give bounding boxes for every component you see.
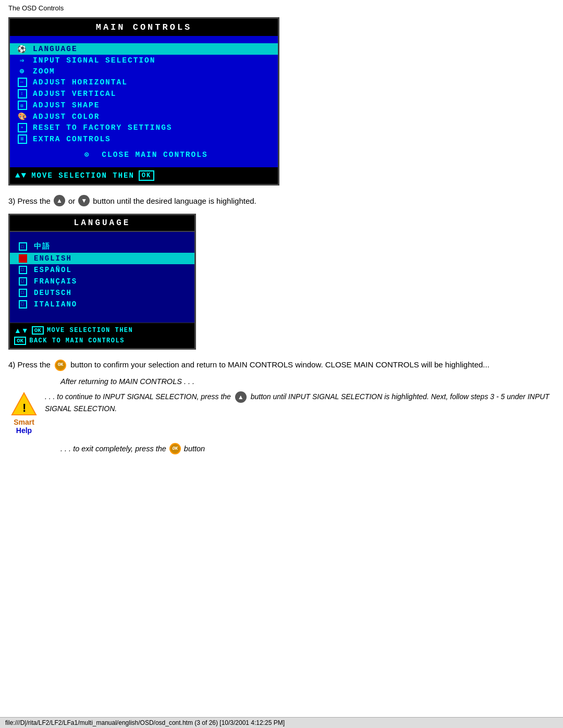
adjust-vert-icon: ↕ bbox=[15, 89, 30, 98]
svg-text:!: ! bbox=[22, 401, 26, 414]
main-controls-header: MAIN CONTROLS bbox=[10, 19, 278, 36]
lang-icon-chinese: □ bbox=[16, 242, 30, 251]
adjust-color-icon: 🎨 bbox=[15, 112, 30, 121]
lang-footer-line1: ▲▼ OK MOVE SELECTION THEN bbox=[14, 325, 190, 336]
ok-button-exit: OK bbox=[169, 443, 181, 454]
lang-icon-french: □ bbox=[16, 277, 30, 286]
lang-label-french: FRANÇAIS bbox=[34, 277, 77, 286]
lang-icon-spanish: □ bbox=[16, 266, 30, 274]
input-signal-label: INPUT SIGNAL SELECTION bbox=[33, 56, 155, 65]
lang-label-spanish: ESPAÑOL bbox=[34, 266, 72, 274]
footer-text: MOVE SELECTION THEN bbox=[31, 171, 134, 180]
menu-item-extra-controls[interactable]: ☰ EXTRA CONTROLS bbox=[10, 133, 278, 145]
smart-label: Smart bbox=[14, 418, 34, 426]
lang-item-french[interactable]: □ FRANÇAIS bbox=[10, 276, 194, 287]
lang-label-english: ENGLISH bbox=[34, 254, 72, 263]
step4-text: 4) Press the bbox=[8, 360, 51, 369]
menu-item-adjust-color[interactable]: 🎨 ADJUST COLOR bbox=[10, 111, 278, 122]
step3-instruction: 3) Press the ▲ or ▼ button until the des… bbox=[8, 195, 555, 206]
adjust-horiz-label: ADJUST HORIZONTAL bbox=[33, 78, 128, 87]
extra-icon: ☰ bbox=[15, 134, 30, 144]
top-title: The OSD Controls bbox=[8, 4, 555, 12]
reset-label: RESET TO FACTORY SETTINGS bbox=[33, 124, 173, 132]
lang-item-spanish[interactable]: □ ESPAÑOL bbox=[10, 264, 194, 276]
ok-button-inline: OK bbox=[55, 360, 66, 371]
language-label: LANGUAGE bbox=[33, 45, 78, 53]
lang-item-chinese[interactable]: □ 中語 bbox=[10, 240, 194, 253]
after-returning-text: After returning to MAIN CONTROLS . . . bbox=[60, 377, 555, 386]
lang-icon-italian: □ bbox=[16, 300, 30, 309]
menu-item-adjust-horizontal[interactable]: ↔ ADJUST HORIZONTAL bbox=[10, 77, 278, 88]
bottom-bar-text: file:///D|/rita/LF2/LF2/LFa1/multi_manua… bbox=[5, 719, 285, 726]
lang-label-german: DEUTSCH bbox=[34, 289, 72, 297]
svg-text:⚽: ⚽ bbox=[17, 45, 27, 54]
zoom-label: ZOOM bbox=[33, 67, 55, 76]
adjust-vert-label: ADJUST VERTICAL bbox=[33, 90, 117, 98]
close-label: CLOSE MAIN CONTROLS bbox=[102, 151, 207, 159]
main-controls-body: ⚽ LANGUAGE ⇒ INPUT SIGNAL SELECTION ⊕ ZO… bbox=[10, 40, 278, 167]
lang-item-italian[interactable]: □ ITALIANO bbox=[10, 299, 194, 310]
lang-back-icon: OK bbox=[14, 337, 26, 345]
down-arrow-button: ▼ bbox=[78, 195, 90, 206]
lang-footer-line2: OK BACK TO MAIN CONTROLS bbox=[14, 336, 190, 346]
help-label: Help bbox=[16, 426, 32, 435]
warning-triangle-icon: ! bbox=[11, 391, 37, 417]
smart-help-section: ! Smart Help . . . to continue to INPUT … bbox=[8, 391, 555, 435]
zoom-icon: ⊕ bbox=[15, 67, 30, 76]
main-controls-footer: ▲▼ MOVE SELECTION THEN OK bbox=[10, 167, 278, 184]
smart-help-text: . . . to continue to INPUT SIGNAL SELECT… bbox=[45, 391, 555, 415]
input-signal-icon: ⇒ bbox=[15, 56, 30, 65]
lang-item-english[interactable]: ENGLISH bbox=[10, 253, 194, 264]
step4-paragraph: 4) Press the OK button to confirm your s… bbox=[8, 359, 555, 371]
step4-text2: button to confirm your selection and ret… bbox=[70, 360, 489, 369]
menu-item-reset[interactable]: ≡ RESET TO FACTORY SETTINGS bbox=[10, 122, 278, 133]
up-arrow-button: ▲ bbox=[54, 195, 65, 206]
lang-icon-english bbox=[16, 254, 30, 263]
menu-item-adjust-shape[interactable]: ▤ ADJUST SHAPE bbox=[10, 100, 278, 111]
adjust-shape-icon: ▤ bbox=[15, 101, 30, 110]
language-screen-header: LANGUAGE bbox=[10, 215, 194, 232]
reset-icon: ≡ bbox=[15, 123, 30, 132]
language-icon: ⚽ bbox=[15, 44, 30, 54]
close-icon: ⊙ bbox=[80, 150, 94, 159]
smart-text-line1: . . . to continue to INPUT SIGNAL SELECT… bbox=[45, 391, 555, 415]
lang-label-italian: ITALIANO bbox=[34, 300, 77, 309]
up-arrow-inline: ▲ bbox=[235, 391, 247, 403]
language-screen: LANGUAGE □ 中語 ENGLISH □ ESPAÑOL □ bbox=[8, 214, 196, 350]
adjust-horiz-icon: ↔ bbox=[15, 78, 30, 87]
menu-item-zoom[interactable]: ⊕ ZOOM bbox=[10, 66, 278, 77]
menu-item-adjust-vertical[interactable]: ↕ ADJUST VERTICAL bbox=[10, 88, 278, 100]
bottom-status-bar: file:///D|/rita/LF2/LF2/LFa1/multi_manua… bbox=[0, 717, 563, 728]
lang-label-chinese: 中語 bbox=[34, 242, 51, 251]
extra-controls-label: EXTRA CONTROLS bbox=[33, 135, 111, 143]
exit-line: . . . to exit completely, press the OK b… bbox=[60, 443, 555, 454]
adjust-shape-label: ADJUST SHAPE bbox=[33, 101, 100, 109]
adjust-color-label: ADJUST COLOR bbox=[33, 113, 100, 121]
main-controls-screen: MAIN CONTROLS ⚽ LANGUAGE ⇒ INPUT SIGNAL … bbox=[8, 17, 279, 186]
lang-ok-icon: OK bbox=[32, 326, 44, 335]
menu-item-close[interactable]: ⊙ CLOSE MAIN CONTROLS bbox=[10, 149, 278, 160]
lang-item-german[interactable]: □ DEUTSCH bbox=[10, 287, 194, 299]
ok-box: OK bbox=[139, 170, 154, 181]
language-screen-body: □ 中語 ENGLISH □ ESPAÑOL □ FRANÇAIS bbox=[10, 232, 194, 323]
menu-item-language[interactable]: ⚽ LANGUAGE bbox=[10, 43, 278, 55]
lang-icon-german: □ bbox=[16, 289, 30, 297]
menu-item-input-signal[interactable]: ⇒ INPUT SIGNAL SELECTION bbox=[10, 55, 278, 66]
